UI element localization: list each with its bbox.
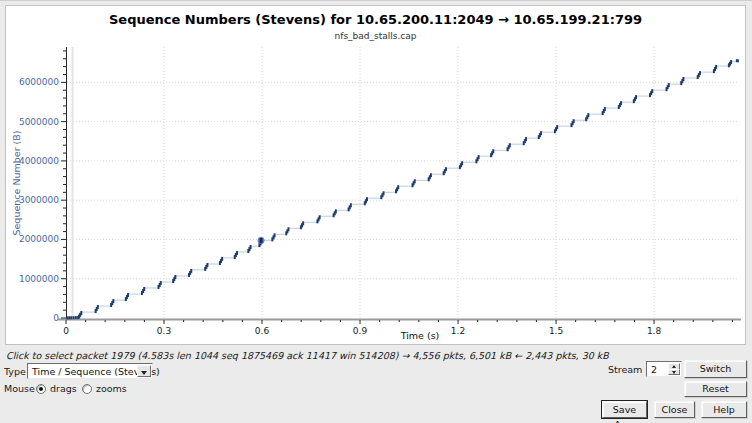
y-axis-title: Sequence Number (B) [11,131,22,236]
svg-text:0.9: 0.9 [353,326,368,336]
type-label: Type [4,366,26,377]
help-button[interactable]: Help [701,401,747,418]
svg-text:4000000: 4000000 [19,156,59,166]
svg-text:0.6: 0.6 [255,326,270,336]
tcp-stream-graph-window: Sequence Numbers (Stevens) for 10.65.200… [0,0,752,423]
chart-panel: Sequence Numbers (Stevens) for 10.65.200… [5,5,746,345]
reset-button[interactable]: Reset [684,381,747,397]
svg-text:0: 0 [53,313,59,323]
svg-text:0: 0 [63,326,69,336]
status-hint: Click to select packet 1979 (4.583s len … [6,350,746,361]
switch-direction-button[interactable]: Switch Direction [684,360,747,378]
spinner-down-icon[interactable] [668,369,680,376]
svg-text:3000000: 3000000 [19,195,59,205]
save-as-button[interactable]: Save As... [602,401,647,418]
close-button[interactable]: Close [654,401,695,418]
mouse-drags-label[interactable]: drags [50,383,77,394]
svg-text:0.3: 0.3 [157,326,171,336]
mouse-drags-radio[interactable] [36,384,46,394]
svg-text:1.2: 1.2 [451,326,465,336]
sequence-plot[interactable]: Sequence Number (B) Time (s) 00.30.60.91… [6,6,745,344]
stream-value: 2 [651,364,657,375]
stream-label: Stream [608,364,642,375]
stream-spinner[interactable]: 2 [646,361,682,377]
mouse-label: Mouse [4,383,35,394]
svg-text:1000000: 1000000 [19,274,59,284]
graph-type-select[interactable]: Time / Sequence (Stevens) [27,363,153,379]
plot-content: 00.30.60.91.21.51.8010000002000000300000… [19,47,741,336]
mouse-zooms-label[interactable]: zooms [96,383,127,394]
svg-text:2000000: 2000000 [19,234,59,244]
svg-text:1.5: 1.5 [549,326,563,336]
mouse-zooms-radio[interactable] [82,384,92,394]
svg-text:1.8: 1.8 [647,326,662,336]
svg-text:5000000: 5000000 [19,117,59,127]
chevron-down-icon[interactable] [137,365,151,377]
x-axis-title: Time (s) [400,330,440,341]
svg-text:6000000: 6000000 [19,77,59,87]
